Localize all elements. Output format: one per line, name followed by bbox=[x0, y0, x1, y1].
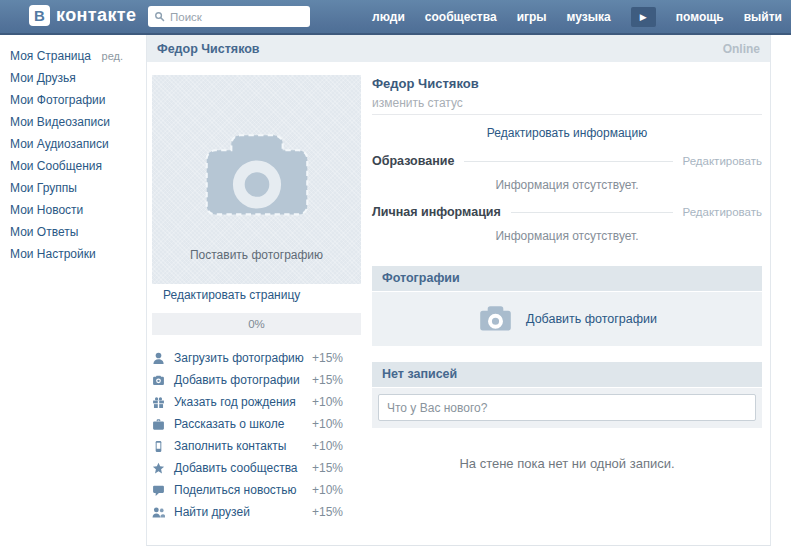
change-status-link[interactable]: изменить статус bbox=[372, 96, 463, 110]
briefcase-icon bbox=[152, 418, 165, 431]
camera-icon bbox=[477, 305, 514, 333]
online-status-badge: Online bbox=[723, 42, 760, 56]
profile-header-bar: Федор Чистяков Online bbox=[147, 35, 770, 62]
sidebar-item-audios[interactable]: Мои Аудиозаписи bbox=[0, 133, 146, 155]
checklist-contacts-link[interactable]: Заполнить контакты bbox=[174, 439, 286, 453]
vk-logo-icon: В bbox=[29, 5, 50, 26]
add-photos-link[interactable]: Добавить фотографии bbox=[526, 312, 657, 326]
top-navbar: В контакте Поиск люди сообщества игры му… bbox=[0, 0, 791, 35]
wall-block-header: Нет записей bbox=[372, 362, 762, 387]
chevron-right-icon: ▶ bbox=[640, 12, 647, 22]
checklist-birthday-link[interactable]: Указать год рождения bbox=[174, 395, 296, 409]
checklist-bonus: +15% bbox=[312, 373, 343, 387]
profile-photo-placeholder[interactable]: Поставить фотографию bbox=[152, 75, 361, 284]
checklist-row: Загрузить фотографию +15% bbox=[152, 347, 343, 369]
divider bbox=[511, 212, 673, 213]
edit-page-link[interactable]: Редактировать страницу bbox=[163, 288, 300, 302]
checklist-upload-photo-link[interactable]: Загрузить фотографию bbox=[174, 351, 304, 365]
star-icon bbox=[152, 462, 165, 475]
checklist-row: Указать год рождения +10% bbox=[152, 391, 343, 413]
search-placeholder: Поиск bbox=[170, 11, 202, 23]
checklist-bonus: +10% bbox=[312, 483, 343, 497]
checklist-bonus: +10% bbox=[312, 439, 343, 453]
checklist-bonus: +15% bbox=[312, 461, 343, 475]
friends-icon bbox=[152, 506, 165, 519]
education-empty-text: Информация отсутствует. bbox=[372, 178, 762, 192]
divider bbox=[372, 114, 762, 115]
vk-logo[interactable]: В контакте bbox=[29, 5, 137, 26]
nav-people[interactable]: люди bbox=[372, 10, 405, 24]
nav-more-button[interactable]: ▶ bbox=[631, 7, 656, 27]
vk-logo-word: контакте bbox=[56, 5, 137, 26]
person-icon bbox=[152, 352, 165, 365]
photos-block-body: Добавить фотографии bbox=[372, 292, 762, 346]
education-section-title: Образование bbox=[372, 154, 454, 168]
personal-section-row: Личная информация Редактировать bbox=[372, 205, 762, 219]
checklist-row: Поделиться новостью +10% bbox=[152, 479, 343, 501]
education-section-row: Образование Редактировать bbox=[372, 154, 762, 168]
vk-profile-page: В контакте Поиск люди сообщества игры му… bbox=[0, 0, 791, 549]
checklist-row: Найти друзей +15% bbox=[152, 501, 343, 523]
personal-edit-link[interactable]: Редактировать bbox=[683, 206, 762, 218]
checklist-add-photos-link[interactable]: Добавить фотографии bbox=[174, 373, 300, 387]
nav-music[interactable]: музыка bbox=[567, 10, 611, 24]
sidebar-item-label: Моя Страница bbox=[10, 49, 91, 63]
profile-header-name: Федор Чистяков bbox=[157, 42, 260, 56]
checklist-row: Заполнить контакты +10% bbox=[152, 435, 343, 457]
phone-icon bbox=[152, 440, 165, 453]
nav-help[interactable]: помощь bbox=[676, 10, 724, 24]
sidebar-item-my-page[interactable]: Моя Страница ред. bbox=[0, 45, 146, 67]
checklist-row: Добавить фотографии +15% bbox=[152, 369, 343, 391]
sidebar-item-friends[interactable]: Мои Друзья bbox=[0, 67, 146, 89]
comment-icon bbox=[152, 484, 165, 497]
checklist-communities-link[interactable]: Добавить сообщества bbox=[174, 461, 298, 475]
wall-empty-text: На стене пока нет ни одной записи. bbox=[372, 456, 762, 471]
nav-communities[interactable]: сообщества bbox=[425, 10, 497, 24]
wall-post-input[interactable] bbox=[378, 394, 756, 421]
sidebar-item-replies[interactable]: Мои Ответы bbox=[0, 221, 146, 243]
sidebar-item-news[interactable]: Мои Новости bbox=[0, 199, 146, 221]
sidebar-item-messages[interactable]: Мои Сообщения bbox=[0, 155, 146, 177]
global-search-box[interactable]: Поиск bbox=[148, 6, 310, 27]
top-nav-links: люди сообщества игры музыка ▶ помощь вый… bbox=[372, 0, 782, 33]
nav-logout[interactable]: выйти bbox=[744, 10, 782, 24]
camera-icon bbox=[152, 374, 165, 387]
checklist-row: Рассказать о школе +10% bbox=[152, 413, 343, 435]
sidebar-item-settings[interactable]: Мои Настройки bbox=[0, 243, 146, 265]
divider bbox=[464, 161, 672, 162]
education-edit-link[interactable]: Редактировать bbox=[683, 155, 762, 167]
checklist-row: Добавить сообщества +15% bbox=[152, 457, 343, 479]
profile-name: Федор Чистяков bbox=[372, 76, 479, 91]
camera-icon bbox=[198, 131, 316, 227]
photo-placeholder-label: Поставить фотографию bbox=[152, 248, 361, 262]
photos-block-header: Фотографии bbox=[372, 266, 762, 291]
personal-empty-text: Информация отсутствует. bbox=[372, 229, 762, 243]
gift-icon bbox=[152, 396, 165, 409]
checklist-bonus: +10% bbox=[312, 417, 343, 431]
checklist-bonus: +15% bbox=[312, 505, 343, 519]
checklist-bonus: +10% bbox=[312, 395, 343, 409]
sidebar-item-groups[interactable]: Мои Группы bbox=[0, 177, 146, 199]
profile-completeness-bar: 0% bbox=[152, 313, 361, 335]
edit-info-link[interactable]: Редактировать информацию bbox=[487, 126, 647, 140]
checklist-school-link[interactable]: Рассказать о школе bbox=[174, 417, 284, 431]
checklist-share-news-link[interactable]: Поделиться новостью bbox=[174, 483, 297, 497]
profile-checklist: Загрузить фотографию +15% Добавить фотог… bbox=[152, 347, 343, 523]
personal-section-title: Личная информация bbox=[372, 205, 501, 219]
sidebar-item-photos[interactable]: Мои Фотографии bbox=[0, 89, 146, 111]
search-icon bbox=[154, 11, 165, 22]
nav-games[interactable]: игры bbox=[517, 10, 547, 24]
sidebar-edit-link[interactable]: ред. bbox=[102, 45, 123, 67]
sidebar: Моя Страница ред. Мои Друзья Мои Фотогра… bbox=[0, 35, 146, 265]
checklist-find-friends-link[interactable]: Найти друзей bbox=[174, 505, 250, 519]
checklist-bonus: +15% bbox=[312, 351, 343, 365]
sidebar-item-videos[interactable]: Мои Видеозаписи bbox=[0, 111, 146, 133]
